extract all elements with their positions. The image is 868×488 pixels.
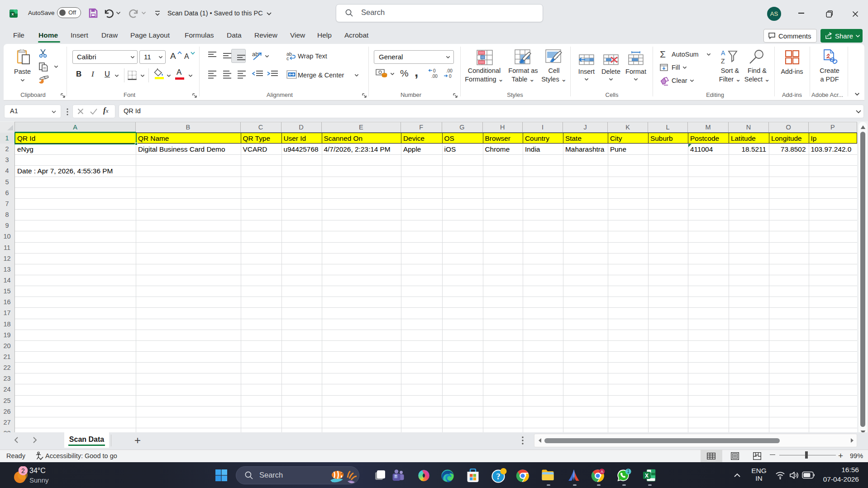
svg-text:c: c [286, 56, 289, 60]
svg-text:x: x [11, 11, 14, 16]
svg-text:1: 1 [627, 469, 630, 474]
svg-text:X: X [645, 473, 649, 479]
svg-text:?: ? [496, 472, 501, 481]
svg-text:T: T [395, 474, 397, 478]
svg-text:.00: .00 [446, 68, 453, 73]
svg-text:0: 0 [433, 68, 436, 73]
svg-text:0: 0 [449, 74, 452, 78]
svg-text:A: A [601, 469, 603, 474]
svg-text:Z: Z [721, 57, 725, 65]
svg-text:.00: .00 [431, 74, 438, 78]
svg-text:2: 2 [21, 467, 25, 474]
svg-text:A: A [721, 49, 725, 57]
